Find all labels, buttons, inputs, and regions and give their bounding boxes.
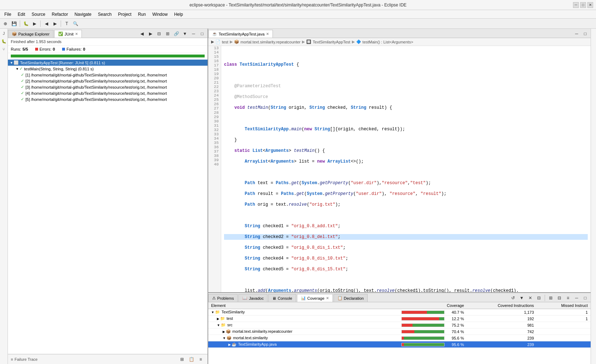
junit-tab-close[interactable]: ✕ — [75, 32, 78, 36]
minimize-button[interactable]: ─ — [573, 2, 579, 8]
test-case-1[interactable]: ✓ [1] /home/mortal/git/mortal-github/Tex… — [8, 72, 208, 78]
menu-edit[interactable]: Edit — [15, 11, 28, 18]
menu-file[interactable]: File — [1, 11, 14, 18]
cov-bar-green-4 — [404, 337, 444, 340]
junit-progress-bar-container — [11, 55, 205, 57]
menu-window[interactable]: Window — [149, 11, 171, 18]
coverage-row-3[interactable]: ▶📦mortal.text.similarity.repeatcounter 7… — [208, 328, 591, 335]
code-content[interactable]: class TextSimilarityAppTest { @Parameter… — [221, 46, 591, 292]
fwd-button[interactable]: ▶ — [51, 20, 59, 28]
code-line-35: list.add(Arguments.arguments(orig.toStri… — [224, 288, 588, 292]
close-button[interactable]: ✕ — [587, 2, 593, 8]
menu-project[interactable]: Project — [115, 11, 134, 18]
search-btn[interactable]: 🔍 — [71, 20, 79, 28]
test-case-3[interactable]: ✓ [3] /home/mortal/git/mortal-github/Tex… — [8, 84, 208, 90]
test-suite-row[interactable]: ▼ ⬜ TextSimilarityAppTest [Runner: JUnit… — [8, 60, 208, 66]
menu-source[interactable]: Source — [29, 11, 48, 18]
cov-collapse-btn[interactable]: ⊟ — [535, 294, 543, 302]
failure-filter-btn[interactable]: ⊞ — [178, 355, 186, 363]
coverage-row-5[interactable]: ▶☕TextSimilarityApp.java 95.6 % 239 — [208, 341, 591, 348]
menu-navigate[interactable]: Navigate — [71, 11, 94, 18]
cov-opt2[interactable]: ⊟ — [555, 294, 563, 302]
javadoc-icon: 📖 — [242, 296, 247, 300]
col-coverage[interactable]: Coverage — [353, 302, 467, 309]
save-button[interactable]: 💾 — [10, 20, 18, 28]
bottom-maximize[interactable]: □ — [581, 294, 589, 302]
menu-refactor[interactable]: Refactor — [49, 11, 71, 18]
editor-maximize[interactable]: □ — [581, 30, 589, 38]
perspective-git-icon[interactable]: ⑂ — [1, 46, 7, 52]
tab-console[interactable]: 🖥 Console — [268, 294, 296, 302]
perspective-java-icon[interactable]: J — [1, 30, 7, 37]
left-collapse-all[interactable]: ⊟ — [155, 30, 163, 38]
left-menu[interactable]: ▼ — [181, 30, 189, 38]
col-missed-instr[interactable]: Missed Instruct — [537, 302, 591, 309]
coverage-row-2[interactable]: ▼📁src 75.2 % 981 — [208, 322, 591, 328]
row-icon-1: 📁 — [220, 316, 225, 321]
left-maximize[interactable]: □ — [198, 30, 206, 38]
row-expand-3[interactable]: ▶ — [223, 330, 225, 333]
col-element[interactable]: Element — [208, 302, 353, 309]
left-nav-fwd[interactable]: ▶ — [146, 30, 154, 38]
row-expand-2[interactable]: ▼ — [217, 323, 220, 327]
code-view[interactable]: 13 14 15 16 17 18 19 20 21 22 23 24 25 2… — [208, 46, 591, 292]
bc-test[interactable]: test — [222, 40, 228, 44]
cov-opt1[interactable]: ⊞ — [547, 294, 555, 302]
coverage-tab-close[interactable]: ✕ — [326, 296, 329, 300]
row-expand-0[interactable]: ▼ — [211, 311, 214, 314]
debug-button[interactable]: 🐛 — [22, 20, 30, 28]
failure-copy-btn[interactable]: 📋 — [187, 355, 195, 363]
tab-javadoc[interactable]: 📖 Javadoc — [238, 294, 267, 302]
menu-help[interactable]: Help — [171, 11, 186, 18]
run-button[interactable]: ▶ — [31, 20, 38, 28]
package-explorer-label: Package Explorer — [18, 32, 50, 36]
code-line-22: static List<Arguments> testMain() { — [224, 148, 588, 154]
cov-menu-btn[interactable]: ▼ — [518, 294, 526, 302]
cov-bar-red-1 — [402, 317, 439, 320]
cov-opt3[interactable]: ≡ — [564, 294, 572, 302]
cov-refresh-btn[interactable]: ↺ — [509, 294, 517, 302]
test-case-2[interactable]: ✓ [2] /home/mortal/git/mortal-github/Tex… — [8, 78, 208, 84]
menu-run[interactable]: Run — [135, 11, 149, 18]
coverage-row-1[interactable]: ▶📁test 12.2 % 1921 — [208, 316, 591, 322]
cov-element-cell-1: ▶📁test — [208, 316, 353, 322]
test-method-row[interactable]: ▼ ✓ testMain(String, String, String) (0.… — [8, 66, 208, 72]
left-nav-back[interactable]: ◀ — [138, 30, 146, 38]
perspective-debug-icon[interactable]: 🐛 — [1, 38, 7, 45]
bc-method[interactable]: testMain() : List<Arguments> — [363, 40, 413, 44]
test-case-5[interactable]: ✓ [5] /home/mortal/git/mortal-github/Tex… — [8, 96, 208, 102]
window-controls[interactable]: ─ □ ✕ — [573, 2, 593, 8]
tab-package-explorer[interactable]: 📦 Package Explorer — [8, 30, 53, 38]
left-link-editor[interactable]: 🔗 — [172, 30, 180, 38]
left-minimize[interactable]: ─ — [190, 30, 197, 38]
restore-button[interactable]: □ — [580, 2, 586, 8]
new-button[interactable]: ⊕ — [1, 20, 9, 28]
editor-minimize[interactable]: ─ — [573, 30, 581, 38]
cov-x-btn[interactable]: ✕ — [526, 294, 534, 302]
tab-declaration[interactable]: 📋 Declaration — [334, 294, 368, 302]
test-case-4[interactable]: ✓ [4] /home/mortal/git/mortal-github/Tex… — [8, 90, 208, 96]
row-expand-5[interactable]: ▶ — [228, 343, 231, 346]
cov-pct-5: 95.6 % — [447, 342, 464, 347]
col-covered-instr[interactable]: Covered Instructions — [467, 302, 537, 309]
coverage-row-4[interactable]: ▼📦mortal.text.similarity 95.6 % 239 — [208, 335, 591, 341]
tab-problems[interactable]: ⚠ Problems — [208, 294, 238, 302]
editor-tab-close[interactable]: ✕ — [266, 32, 269, 36]
bc-class[interactable]: TextSimilarityAppTest — [313, 40, 350, 44]
tab-text-similarity-test[interactable]: ☕ TextSimilarityAppTest.java ✕ — [208, 30, 273, 38]
row-expand-4[interactable]: ▼ — [223, 336, 226, 340]
coverage-row-0[interactable]: ▼📁TextSimilarity 40.7 % 1,1731 — [208, 309, 591, 316]
failure-options-btn[interactable]: ≡ — [197, 355, 205, 363]
back-button[interactable]: ◀ — [42, 20, 50, 28]
bottom-tab-toolbar: ↺ ▼ ✕ ⊟ ⊞ ⊟ ≡ ─ □ — [508, 294, 591, 302]
tab-junit[interactable]: ✅ JUnit ✕ — [54, 30, 82, 38]
left-expand-all[interactable]: ⊞ — [164, 30, 172, 38]
row-expand-1[interactable]: ▶ — [217, 317, 219, 321]
tab-coverage[interactable]: 📊 Coverage ✕ — [297, 294, 333, 302]
junit-stats: Runs: 5/5 Errors: 0 Failures: 0 — [8, 46, 208, 53]
cov-element-cell-4: ▼📦mortal.text.similarity — [208, 335, 353, 341]
bc-package[interactable]: mortal.text.similarity.repeatcounter — [241, 40, 301, 44]
bottom-minimize[interactable]: ─ — [573, 294, 581, 302]
open-type-button[interactable]: T — [63, 20, 71, 28]
menu-search[interactable]: Search — [95, 11, 115, 18]
